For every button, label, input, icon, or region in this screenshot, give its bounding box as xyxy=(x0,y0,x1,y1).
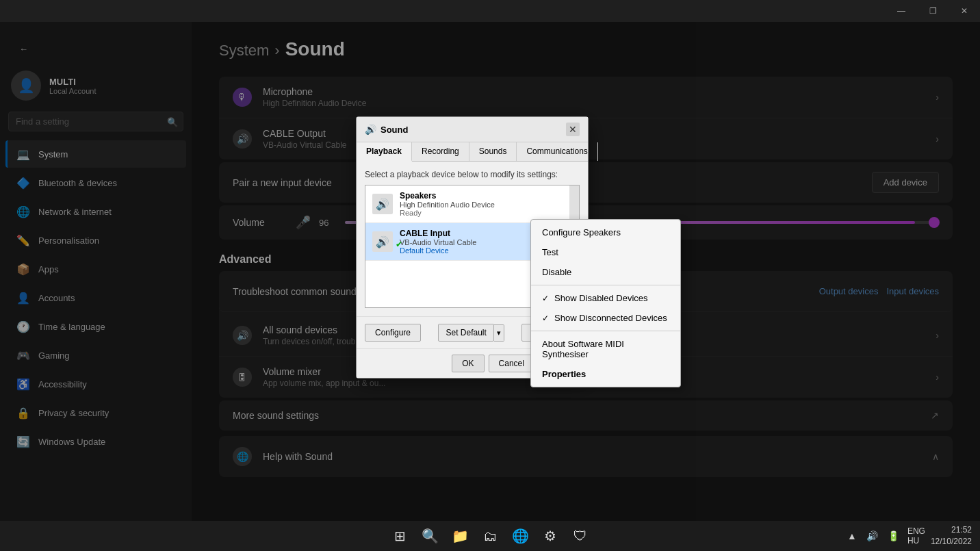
taskbar-right: ▲ 🔊 🔋 ENGHU 21:52 12/10/2022 xyxy=(844,524,972,548)
set-default-arrow-button[interactable]: ▾ xyxy=(494,324,504,342)
configure-button[interactable]: Configure xyxy=(365,324,421,342)
ctx-show-disconnected[interactable]: ✓ Show Disconnected Devices xyxy=(531,308,680,328)
dialog-title-text: Sound xyxy=(381,125,562,135)
tab-sounds[interactable]: Sounds xyxy=(469,142,517,161)
taskbar: ⊞ 🔍 📁 🗂 🌐 ⚙ 🛡 ▲ 🔊 🔋 ENGHU 21:52 12/10/20… xyxy=(0,521,980,551)
ctx-about-midi[interactable]: About Software MIDI Synthesiser xyxy=(531,334,680,364)
tray-network-icon[interactable]: 🔋 xyxy=(885,529,902,543)
speakers-name: Speakers xyxy=(400,191,495,201)
ctx-divider-2 xyxy=(531,331,680,331)
ctx-disable[interactable]: Disable xyxy=(531,262,680,282)
set-default-wrap: Set Default ▾ xyxy=(425,324,517,342)
ctx-configure-speakers[interactable]: Configure Speakers xyxy=(531,222,680,242)
titlebar-buttons: — ❐ ✕ xyxy=(886,0,980,22)
titlebar: — ❐ ✕ xyxy=(0,0,980,22)
taskbar-center: ⊞ 🔍 📁 🗂 🌐 ⚙ 🛡 xyxy=(387,524,593,548)
ctx-show-disconnected-label: Show Disconnected Devices xyxy=(554,313,667,323)
search-taskbar-icon[interactable]: 🔍 xyxy=(417,524,442,548)
dialog-tabs: Playback Recording Sounds Communications xyxy=(357,142,588,162)
speakers-sub: High Definition Audio Device xyxy=(400,201,495,209)
cancel-button[interactable]: Cancel xyxy=(489,355,534,372)
tray-chevron-icon[interactable]: ▲ xyxy=(844,529,860,543)
maximize-button[interactable]: ❐ xyxy=(917,0,949,22)
list-scrollbar[interactable] xyxy=(569,185,579,222)
ctx-divider-1 xyxy=(531,285,680,285)
dialog-instruction: Select a playback device below to modify… xyxy=(365,170,580,179)
cable-input-info: CABLE Input VB-Audio Virtual Cable Defau… xyxy=(400,229,476,255)
default-check-icon: ✔ xyxy=(396,240,402,249)
cable-input-sub: VB-Audio Virtual Cable xyxy=(400,238,476,246)
chrome-icon[interactable]: 🌐 xyxy=(508,524,532,548)
context-menu: Configure Speakers Test Disable ✓ Show D… xyxy=(530,219,681,387)
cable-input-device-icon: 🔊 ✔ xyxy=(372,231,393,252)
lang-indicator[interactable]: ENGHU xyxy=(907,526,925,546)
tray-speaker-icon[interactable]: 🔊 xyxy=(864,529,881,543)
device-item-speakers[interactable]: 🔊 Speakers High Definition Audio Device … xyxy=(365,185,579,223)
file-explorer-icon[interactable]: 📁 xyxy=(448,524,472,548)
tray-icons: ▲ 🔊 🔋 xyxy=(844,529,902,543)
start-button[interactable]: ⊞ xyxy=(387,524,412,548)
cable-input-status: Default Device xyxy=(400,246,476,255)
ok-button[interactable]: OK xyxy=(452,355,484,372)
speakers-status: Ready xyxy=(400,209,495,217)
clock-date: 12/10/2022 xyxy=(931,536,972,548)
explorer-icon[interactable]: 🗂 xyxy=(478,524,502,548)
cable-input-name: CABLE Input xyxy=(400,229,476,238)
ctx-test[interactable]: Test xyxy=(531,242,680,262)
system-clock[interactable]: 21:52 12/10/2022 xyxy=(931,524,972,548)
shield-taskbar-icon[interactable]: 🛡 xyxy=(568,524,593,548)
dialog-close-button[interactable]: ✕ xyxy=(566,123,580,136)
speakers-info: Speakers High Definition Audio Device Re… xyxy=(400,191,495,217)
ctx-show-disabled[interactable]: ✓ Show Disabled Devices xyxy=(531,288,680,308)
speakers-device-icon: 🔊 xyxy=(372,194,393,214)
settings-icon[interactable]: ⚙ xyxy=(538,524,563,548)
minimize-button[interactable]: — xyxy=(886,0,917,22)
tab-playback[interactable]: Playback xyxy=(357,142,412,162)
close-button[interactable]: ✕ xyxy=(949,0,980,22)
tab-recording[interactable]: Recording xyxy=(412,142,469,161)
dialog-titlebar: 🔊 Sound ✕ xyxy=(357,117,588,142)
tab-communications[interactable]: Communications xyxy=(517,142,597,161)
dialog-title-icon: 🔊 xyxy=(365,124,376,135)
show-disabled-check-icon: ✓ xyxy=(542,294,549,303)
set-default-button[interactable]: Set Default xyxy=(438,324,493,342)
ctx-show-disabled-label: Show Disabled Devices xyxy=(554,293,648,303)
ctx-properties[interactable]: Properties xyxy=(531,364,680,384)
show-disconnected-check-icon: ✓ xyxy=(542,313,549,323)
clock-time: 21:52 xyxy=(931,524,972,536)
